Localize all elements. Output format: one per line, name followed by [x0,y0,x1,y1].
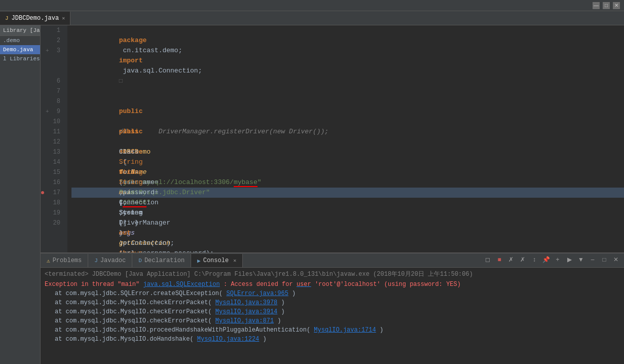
title-bar: — □ ✕ [0,0,624,11]
gutter-area [41,25,45,252]
code-line-14: String password= "123456" ; [71,157,624,167]
tab-label: JDBCDemo.java [12,15,59,22]
tab-javadoc-label: Javadoc [100,257,126,264]
line-num-20: 20 [45,218,63,228]
clear-console-button[interactable]: ◻ [483,254,493,265]
terminate-button[interactable]: ■ [494,254,504,265]
problems-icon: ⚠ [47,258,50,264]
maximize-button[interactable]: □ [603,2,610,9]
console-terminated-line: <terminated> JDBCDemo [Java Application]… [45,270,620,279]
console-toolbar: ◻ ■ ✗ ✗ ↕ 📌 + ▶ ▼ – □ ✕ [483,254,624,265]
stack-link-6[interactable]: MysqlIO.java:1224 [197,336,259,343]
line-num-14: 14 [45,157,63,167]
bottom-panel: ⚠ Problems J Javadoc D Declaration ▶ Con… [41,252,624,364]
pin-console-button[interactable]: 📌 [541,254,551,265]
code-line-7 [71,86,624,96]
code-line-12: String url= "jdbc:mysql://localhost:3306… [71,137,624,147]
code-line-19: } [71,208,624,218]
line-num-3: 3 [45,46,63,56]
minimize-button[interactable]: — [593,2,600,9]
line-num-13: 13 [45,147,63,157]
line-num-19: 19 [45,208,63,218]
sidebar-header: Library [Java [0,25,40,36]
close-button[interactable]: ✕ [613,2,620,9]
editor-area: 1 2 3 6 7 8 9 10 11 12 13 14 15 16 17 [41,25,624,364]
stack-link-1[interactable]: SQLError.java:965 [226,290,288,297]
bottom-tabs: ⚠ Problems J Javadoc D Declaration ▶ Con… [41,253,624,268]
code-line-13: String username= "root" ; [71,147,624,157]
code-lines[interactable]: package cn.itcast.demo; import java.sql.… [67,25,624,252]
code-line-4 [71,56,624,66]
console-stack-3: at com.mysql.jdbc.MysqlIO.checkErrorPack… [45,307,620,316]
title-bar-controls[interactable]: — □ ✕ [593,2,620,9]
code-line-10: // DriverManager.registerDriver(new Driv… [71,117,624,127]
line-num-11: 11 [45,127,63,137]
console-error-line: Exception in thread "main" java.sql.SQLE… [45,280,620,289]
minimize-panel-button[interactable]: – [588,254,598,265]
tab-javadoc[interactable]: J Javadoc [88,254,132,267]
code-line-1: package cn.itcast.demo; [71,25,624,35]
line-num-7: 7 [45,86,63,96]
import-placeholder: □ [119,78,123,85]
tab-close-icon[interactable]: ✕ [62,15,65,21]
sidebar-item-libraries[interactable]: l Libraries [0,54,40,63]
console-stack-5: at com.mysql.jdbc.MysqlIO.proceedHandsha… [45,325,620,335]
view-menu-button[interactable]: ▼ [576,254,586,265]
code-line-2 [71,35,624,46]
code-line-8: public class JDBCDemo { [71,96,624,106]
tab-bar: J JDBCDemo.java ✕ [0,11,624,25]
console-stack-1: at com.mysql.jdbc.SQLError.createSQLExce… [45,289,620,298]
code-content: 1 2 3 6 7 8 9 10 11 12 13 14 15 16 17 [41,25,624,252]
console-content: <terminated> JDBCDemo [Java Application]… [41,268,624,364]
line-num-5 [45,66,63,76]
line-num-16: 16 [45,177,63,188]
console-exception-link[interactable]: java.sql.SQLException [143,281,219,288]
open-console-button[interactable]: ▶ [564,254,574,265]
line-numbers: 1 2 3 6 7 8 9 10 11 12 13 14 15 16 17 [45,25,67,252]
sidebar-item-demo[interactable]: .demo [0,36,40,45]
console-stack-6: at com.mysql.jdbc.MysqlIO.doHandshake( M… [45,335,620,344]
stack-link-3[interactable]: MysqlIO.java:3914 [215,308,277,315]
tab-jdbcdemo[interactable]: J JDBCDemo.java ✕ [0,12,70,25]
java-file-icon: J [5,15,9,21]
new-console-button[interactable]: + [553,254,563,265]
tab-console[interactable]: ▶ Console ✕ [191,254,243,267]
declaration-icon: D [138,258,142,264]
sidebar: Library [Java .demo Demo.java l Librarie… [0,25,41,364]
code-line-15 [71,167,624,177]
close-panel-button[interactable]: ✕ [611,254,621,265]
scroll-lock-button[interactable]: ↕ [529,254,539,265]
code-editor: 1 2 3 6 7 8 9 10 11 12 13 14 15 16 17 [41,25,624,252]
line-num-9: 9 [45,106,63,117]
tab-declaration[interactable]: D Declaration [132,254,191,267]
stack-link-4[interactable]: MysqlIO.java:871 [215,317,274,324]
tab-problems[interactable]: ⚠ Problems [41,254,88,267]
line-num-12: 12 [45,137,63,147]
tab-declaration-label: Declaration [144,257,185,264]
error-annotation [41,191,44,194]
console-stack-2: at com.mysql.jdbc.MysqlIO.checkErrorPack… [45,298,620,307]
console-icon: ▶ [197,258,201,264]
javadoc-icon: J [94,258,98,264]
disconnect-button[interactable]: ✗ [506,254,516,265]
sidebar-item-demojava[interactable]: Demo.java [0,45,40,54]
keyword-import: import [119,57,143,64]
tab-problems-label: Problems [53,257,82,264]
line-num-2: 2 [45,35,63,46]
code-line-9: public static void main ( String [] args… [71,106,624,117]
line-num-17: 17 [45,188,63,198]
console-tab-x[interactable]: ✕ [233,258,236,264]
console-stack-4: at com.mysql.jdbc.MysqlIO.checkErrorPack… [45,316,620,325]
stack-link-2[interactable]: MysqlIO.java:3978 [215,299,277,306]
maximize-panel-button[interactable]: □ [599,254,609,265]
stack-link-5[interactable]: MysqlIO.java:1714 [314,326,376,334]
line-num-4 [45,56,63,66]
console-error-prefix: Exception in thread "main" [45,281,143,288]
keyword-package: package [119,37,147,44]
line-num-10: 10 [45,117,63,127]
remove-launch-button[interactable]: ✗ [518,254,528,265]
code-line-6 [71,76,624,86]
line-num-6: 6 [45,76,63,86]
tab-console-label: Console [203,257,229,264]
line-num-1: 1 [45,25,63,35]
